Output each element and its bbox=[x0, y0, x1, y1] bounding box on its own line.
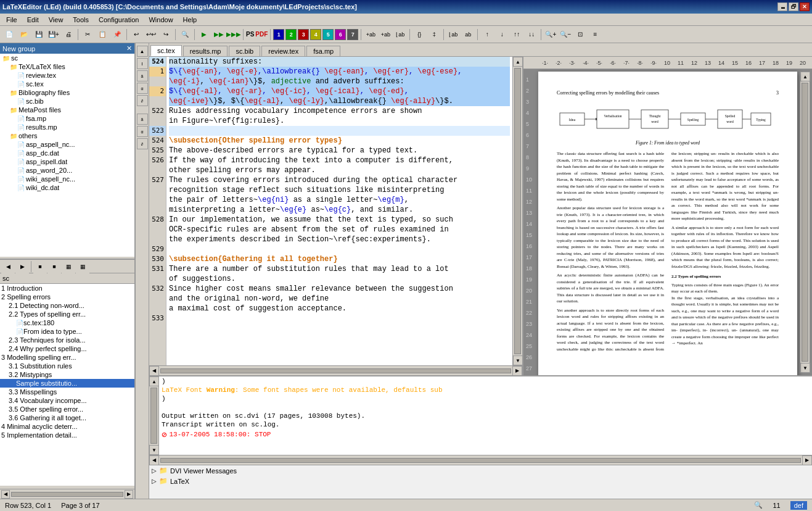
tb-extra4[interactable]: {} bbox=[412, 28, 426, 41]
log-hscroll[interactable]: ◀ ▶ bbox=[149, 455, 812, 465]
search-button[interactable]: 🔍 bbox=[178, 28, 192, 41]
log-scroll-down[interactable]: ▼ bbox=[149, 445, 159, 455]
outline-impl[interactable]: 5 Implementation detail... bbox=[0, 431, 134, 439]
code-editor[interactable]: nationality suffixes: $\{\eg{-an}, \eg{-… bbox=[166, 57, 512, 365]
side-btn-a4[interactable]: ā bbox=[137, 114, 148, 125]
menu-help[interactable]: Help bbox=[179, 15, 201, 25]
paste-button[interactable]: 📌 bbox=[110, 28, 124, 41]
undo-button[interactable]: ↩ bbox=[129, 28, 143, 41]
minimize-button[interactable]: 🗕 bbox=[777, 2, 787, 11]
preview-vscroll[interactable]: ▲ ▼ bbox=[800, 72, 810, 373]
tree-others-folder[interactable]: 📁 others bbox=[0, 131, 134, 140]
outline-tech[interactable]: 2.3 Techniques for isola... bbox=[0, 336, 134, 344]
panel-btn2[interactable]: ▶ bbox=[15, 260, 29, 273]
menu-window[interactable]: Window bbox=[145, 15, 176, 25]
log-tree[interactable]: ▷ 📁 DVI Viewer Messages ▷ 📁 LaTeX bbox=[149, 465, 812, 499]
outline-sctex[interactable]: 📄 sc.tex:180 bbox=[0, 318, 134, 327]
tree-texfiles-folder[interactable]: 📁 TeX/LaTeX files bbox=[0, 62, 134, 71]
panel-btn5[interactable]: ▦ bbox=[62, 260, 75, 273]
tree-wikiaspell-file[interactable]: 📄 wiki_aspell_nc... bbox=[0, 175, 134, 183]
outline-min[interactable]: 4 Minimal acyclic deterr... bbox=[0, 422, 134, 431]
tab-scbib[interactable]: sc.bib bbox=[229, 46, 260, 56]
menu-edit[interactable]: Edit bbox=[23, 15, 43, 25]
file-tree-content[interactable]: 📁 sc 📁 TeX/LaTeX files 📄 review.tex 📄 sc… bbox=[0, 54, 134, 257]
num-1[interactable]: 1 bbox=[273, 29, 284, 40]
log-vscroll[interactable]: ▲ ▼ bbox=[149, 376, 159, 455]
log-hscroll-right[interactable]: ▶ bbox=[802, 455, 812, 465]
tb-zoom-fit[interactable]: ⊡ bbox=[573, 28, 587, 41]
outline-types[interactable]: 2.2 Types of spelling err... bbox=[0, 310, 134, 318]
editor-scroll-down[interactable]: ▼ bbox=[513, 355, 522, 365]
left-scroll-thumb[interactable] bbox=[11, 492, 123, 497]
play2-button[interactable]: ▶▶ bbox=[212, 28, 226, 41]
tb-zoom-out[interactable]: 🔍− bbox=[559, 28, 572, 41]
num-7[interactable]: 7 bbox=[347, 29, 358, 40]
tree-reviewtex-file[interactable]: 📄 review.tex bbox=[0, 71, 134, 80]
side-btn-a3[interactable]: ∂ bbox=[137, 95, 148, 106]
new-button[interactable]: 📄 bbox=[2, 28, 16, 41]
save-button[interactable]: 💾 bbox=[32, 28, 46, 41]
menu-file[interactable]: File bbox=[2, 15, 21, 25]
preview-scroll-up[interactable]: ▲ bbox=[800, 72, 810, 81]
tb-extra2[interactable]: +ab bbox=[379, 28, 392, 41]
tb-zoom-in[interactable]: 🔍+ bbox=[544, 28, 557, 41]
file-tree-close[interactable]: ✕ bbox=[126, 44, 132, 52]
side-btn-cursor[interactable]: I bbox=[137, 58, 148, 69]
tree-scbib-file[interactable]: 📄 sc.bib bbox=[0, 97, 134, 106]
play-button[interactable]: ▶ bbox=[197, 28, 211, 41]
outline-spelling[interactable]: 2 Spelling errors bbox=[0, 293, 134, 301]
outline-miss[interactable]: 3.3 Misspellings bbox=[0, 388, 134, 396]
log-content[interactable]: ) LaTeX Font Warning: Some font shapes w… bbox=[159, 376, 812, 455]
save-all-button[interactable]: 💾+ bbox=[47, 28, 60, 41]
log-hscroll-left[interactable]: ◀ bbox=[149, 455, 159, 465]
close-button[interactable]: ✕ bbox=[800, 2, 810, 11]
side-btn-up[interactable]: ▲ bbox=[137, 46, 148, 57]
num-4[interactable]: 4 bbox=[310, 29, 321, 40]
tab-reviewtex[interactable]: review.tex bbox=[261, 46, 305, 56]
editor-hscroll[interactable]: ◀ ▶ bbox=[149, 365, 522, 375]
editor-hscroll-left[interactable]: ◀ bbox=[149, 366, 159, 376]
side-btn-a5[interactable]: α bbox=[137, 126, 148, 137]
outline-other[interactable]: 3.5 Other spelling error... bbox=[0, 405, 134, 413]
log-scroll-up[interactable]: ▲ bbox=[149, 376, 159, 386]
panel-btn6[interactable]: ▦ bbox=[76, 260, 89, 273]
play3-button[interactable]: ▶▶▶ bbox=[227, 28, 240, 41]
side-btn-a6[interactable]: ∂ bbox=[137, 138, 148, 149]
log-scroll-thumb[interactable] bbox=[150, 388, 157, 444]
num-3[interactable]: 3 bbox=[298, 29, 309, 40]
tb-extra7[interactable]: ab bbox=[461, 28, 475, 41]
tree-aspdc-file[interactable]: 📄 asp_dc.dat bbox=[0, 149, 134, 157]
open-button[interactable]: 📂 bbox=[17, 28, 31, 41]
outline-vocab[interactable]: 3.4 Vocabulary incompe... bbox=[0, 396, 134, 405]
menu-tools[interactable]: Tools bbox=[69, 15, 92, 25]
log-tree-dvi[interactable]: ▷ 📁 DVI Viewer Messages bbox=[149, 465, 812, 476]
tree-aspaspell-file[interactable]: 📄 asp_aspell_nc... bbox=[0, 140, 134, 149]
editor-scroll-up[interactable]: ▲ bbox=[513, 57, 522, 67]
tree-resultsmp-file[interactable]: 📄 results.mp bbox=[0, 123, 134, 131]
tb-nav3[interactable]: ↑↑ bbox=[510, 28, 523, 41]
log-hscroll-thumb[interactable] bbox=[160, 458, 801, 463]
tb-nav2[interactable]: ↓ bbox=[495, 28, 509, 41]
num-5[interactable]: 5 bbox=[322, 29, 334, 40]
editor-scroll-thumb[interactable] bbox=[514, 68, 521, 354]
tab-sctex[interactable]: sc.tex bbox=[150, 45, 182, 56]
outline-sample[interactable]: Sample substitutio... bbox=[0, 379, 134, 388]
preview-scroll-thumb[interactable] bbox=[802, 83, 808, 362]
editor-vscroll[interactable]: ▲ ▼ bbox=[512, 57, 522, 365]
tree-fsamp-file[interactable]: 📄 fsa.mp bbox=[0, 114, 134, 123]
panel-btn4[interactable]: ■ bbox=[47, 260, 61, 273]
tb-nav1[interactable]: ↑ bbox=[480, 28, 494, 41]
tree-bibfiles-folder[interactable]: 📁 Bibliography files bbox=[0, 88, 134, 97]
menu-view[interactable]: View bbox=[45, 15, 67, 25]
tree-aspword-file[interactable]: 📄 asp_word_20... bbox=[0, 166, 134, 175]
tree-sc-folder[interactable]: 📁 sc bbox=[0, 54, 134, 62]
undo2-button[interactable]: ↩↩ bbox=[144, 28, 158, 41]
outline-detect[interactable]: 2.1 Detecting non-word... bbox=[0, 301, 134, 310]
num-6[interactable]: 6 bbox=[335, 29, 346, 40]
outline-intro[interactable]: 1 Introduction bbox=[0, 284, 134, 293]
editor-hscroll-right[interactable]: ▶ bbox=[512, 366, 522, 376]
editor-hscroll-thumb[interactable] bbox=[160, 368, 511, 373]
tb-extra1[interactable]: +ab bbox=[364, 28, 377, 41]
tb-nav4[interactable]: ↓↓ bbox=[525, 28, 538, 41]
tree-wikidc-file[interactable]: 📄 wiki_dc.dat bbox=[0, 183, 134, 192]
